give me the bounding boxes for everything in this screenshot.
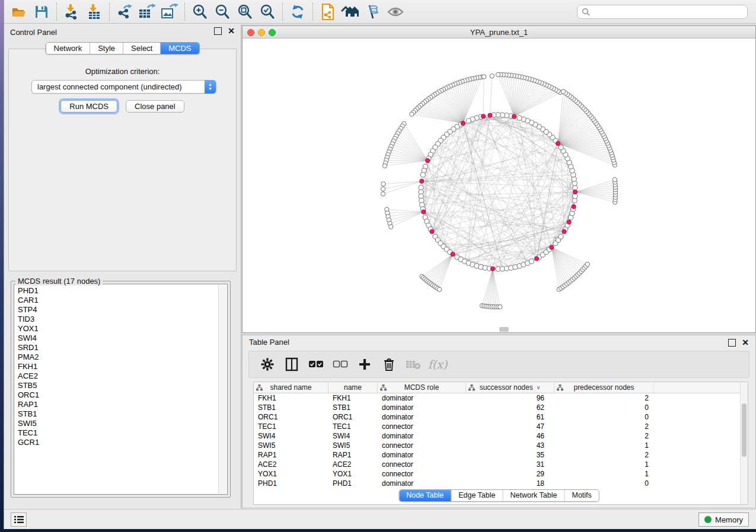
table-row[interactable]: SWI5SWI5connector431	[254, 441, 748, 450]
float-table-panel-icon[interactable]	[728, 339, 736, 347]
network-leaf-node[interactable]	[382, 164, 387, 168]
sort-descending-icon[interactable]: ∨	[537, 384, 541, 390]
mcds-result-item[interactable]: SRD1	[15, 343, 218, 352]
mcds-result-item[interactable]: STB5	[15, 381, 218, 390]
network-node[interactable]	[529, 259, 534, 264]
table-row[interactable]: TEC1TEC1connector472	[254, 422, 748, 431]
tab-network[interactable]: Network	[46, 43, 90, 54]
table-settings-button[interactable]	[260, 357, 275, 372]
network-leaf-node[interactable]	[381, 182, 385, 186]
unselect-all-button[interactable]	[333, 357, 348, 372]
tab-select[interactable]: Select	[123, 43, 161, 54]
network-hub-node[interactable]	[573, 190, 577, 194]
network-hub-node[interactable]	[562, 229, 566, 233]
column-header-name[interactable]: name	[328, 382, 378, 393]
tab-edge-table[interactable]: Edge Table	[451, 490, 503, 501]
network-leaf-node[interactable]	[481, 75, 486, 79]
select-all-button[interactable]	[308, 357, 324, 372]
show-columns-button[interactable]	[284, 357, 299, 372]
table-row[interactable]: ACE2ACE2connector311	[254, 460, 748, 469]
mcds-result-item[interactable]: FKH1	[15, 362, 218, 371]
column-header-successor-nodes[interactable]: successor nodes ∨	[466, 382, 554, 393]
mcds-result-item[interactable]: ORC1	[15, 390, 218, 400]
memory-button[interactable]: Memory	[698, 512, 749, 527]
network-hub-node[interactable]	[488, 113, 492, 117]
network-node[interactable]	[573, 194, 578, 198]
mcds-result-item[interactable]: PHD1	[15, 286, 218, 296]
add-column-button[interactable]	[357, 357, 372, 372]
network-hub-node[interactable]	[512, 114, 516, 118]
table-row[interactable]: RAP1RAP1dominator352	[254, 450, 748, 460]
network-hub-node[interactable]	[556, 142, 560, 146]
mcds-result-item[interactable]: PMA2	[15, 352, 218, 362]
network-leaf-node[interactable]	[381, 187, 385, 191]
mcds-list-scrollbar[interactable]	[218, 285, 227, 493]
network-leaf-node[interactable]	[410, 112, 414, 116]
network-leaf-node[interactable]	[496, 72, 500, 76]
zoom-fit-button[interactable]	[234, 2, 256, 22]
network-hub-node[interactable]	[430, 229, 434, 233]
export-image-button[interactable]	[158, 2, 181, 22]
network-hub-node[interactable]	[451, 252, 455, 257]
mcds-result-item[interactable]: TID3	[15, 315, 218, 324]
optimization-criterion-dropdown[interactable]: largest connected component (undirected)…	[31, 80, 216, 94]
zoom-out-button[interactable]	[211, 2, 234, 22]
network-leaf-node[interactable]	[561, 89, 565, 94]
tab-mcds[interactable]: MCDS	[161, 43, 199, 54]
function-builder-button[interactable]: f(x)	[430, 357, 445, 372]
mcds-result-item[interactable]: STB1	[15, 409, 218, 419]
column-header-mcds-role[interactable]: MCDS role	[378, 382, 466, 393]
mcds-result-item[interactable]: SWI5	[15, 419, 218, 428]
network-hub-node[interactable]	[567, 220, 571, 224]
close-table-panel-icon[interactable]: ✕	[742, 338, 749, 347]
table-row[interactable]: PHD1PHD1dominator180	[254, 479, 748, 488]
network-leaf-node[interactable]	[613, 178, 617, 182]
table-row[interactable]: FKH1FKH1dominator962	[254, 393, 748, 403]
delete-table-button[interactable]	[406, 357, 421, 372]
network-node[interactable]	[466, 118, 471, 123]
network-node[interactable]	[559, 234, 563, 239]
column-header-predecessor-nodes[interactable]: predecessor nodes	[554, 382, 654, 393]
network-window-titlebar[interactable]: YPA_prune.txt_1	[243, 26, 755, 39]
table-scrollbar[interactable]	[740, 382, 748, 504]
network-hub-node[interactable]	[422, 210, 426, 214]
network-file-button[interactable]	[317, 2, 339, 22]
network-node[interactable]	[420, 172, 425, 177]
table-row[interactable]: STB1STB1dominator620	[254, 403, 748, 412]
network-leaf-node[interactable]	[381, 192, 385, 196]
network-hub-node[interactable]	[481, 114, 486, 118]
network-hub-node[interactable]	[550, 245, 554, 249]
show-panels-button[interactable]	[11, 512, 27, 527]
open-file-button[interactable]	[8, 2, 30, 22]
table-row[interactable]: SWI4SWI4dominator462	[254, 431, 748, 441]
export-network-button[interactable]	[113, 2, 136, 22]
mcds-result-item[interactable]: TEC1	[15, 428, 218, 438]
mcds-result-item[interactable]: STP4	[15, 305, 218, 315]
zoom-selected-button[interactable]	[256, 2, 279, 22]
table-row[interactable]: YOX1YOX1connector291	[254, 469, 748, 479]
style-flag-button[interactable]	[362, 2, 384, 22]
import-network-button[interactable]	[60, 2, 83, 22]
refresh-button[interactable]	[286, 2, 309, 22]
export-table-button[interactable]	[136, 2, 158, 22]
close-panel-button[interactable]: Close panel	[126, 100, 184, 113]
network-leaf-node[interactable]	[389, 225, 393, 229]
network-leaf-node[interactable]	[437, 287, 441, 291]
network-canvas[interactable]	[243, 39, 755, 332]
tab-style[interactable]: Style	[90, 43, 123, 54]
tab-node-table[interactable]: Node Table	[399, 490, 451, 501]
mcds-result-item[interactable]: GCR1	[15, 438, 218, 447]
tab-network-table[interactable]: Network Table	[503, 490, 565, 501]
table-scrollbar-thumb[interactable]	[742, 403, 747, 457]
homes-button[interactable]	[339, 2, 362, 22]
zoom-in-button[interactable]	[189, 2, 211, 22]
import-table-button[interactable]	[83, 2, 106, 22]
delete-column-button[interactable]	[381, 357, 397, 372]
network-hub-node[interactable]	[420, 179, 424, 183]
network-hub-node[interactable]	[490, 267, 495, 271]
column-header-shared-name[interactable]: shared name	[254, 382, 328, 393]
save-session-button[interactable]	[30, 2, 53, 22]
network-node[interactable]	[517, 116, 522, 120]
table-row[interactable]: ORC1ORC1dominator610	[254, 412, 748, 422]
network-hub-node[interactable]	[572, 204, 576, 209]
